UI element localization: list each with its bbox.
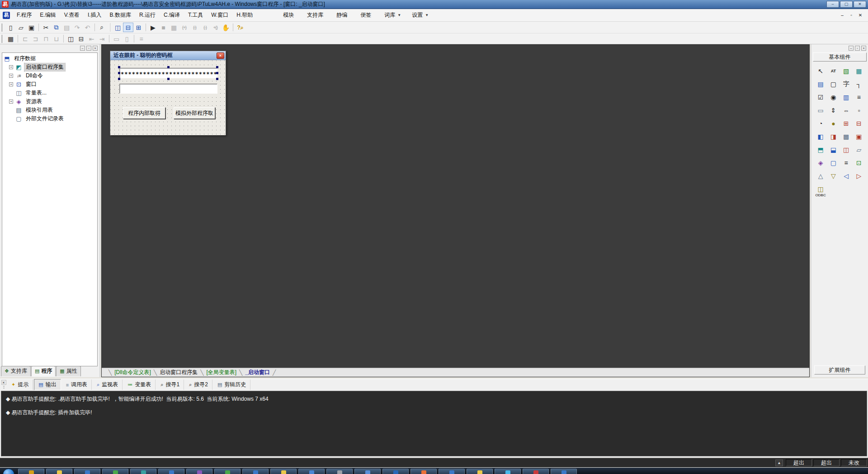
tree-item-constants[interactable]: ◫ 常量表... — [3, 89, 96, 97]
tree-expand-icon[interactable]: + — [9, 100, 13, 104]
component-vscroll-icon[interactable]: ⇕ — [827, 105, 840, 115]
tree-item-module-refs[interactable]: ▤ 模块引用表 — [3, 106, 96, 114]
component-line-icon[interactable]: ┐ — [853, 79, 865, 89]
component-icon-36[interactable]: ▷ — [853, 171, 865, 181]
taskbar-app-button[interactable] — [298, 469, 325, 474]
component-updown-icon[interactable]: ▫ — [853, 105, 865, 115]
help-search-icon[interactable]: ?⌕ — [235, 23, 245, 32]
output-close-icon[interactable]: × — [1, 380, 6, 385]
taskbar-app-button[interactable] — [551, 469, 577, 474]
view-split-top-icon[interactable]: ⊟ — [123, 23, 133, 32]
tab-properties[interactable]: ▦ 属性 — [56, 366, 80, 376]
panel-close-button[interactable]: × — [861, 46, 866, 51]
form-designer-window[interactable]: 近在眼前 - 聪明的密码框 × ************************… — [110, 51, 226, 135]
component-progressbar-icon[interactable]: ▭ — [814, 105, 827, 115]
selection-handle[interactable] — [118, 78, 120, 80]
tree-expand-icon[interactable]: + — [9, 65, 13, 69]
debug-window-icon[interactable]: ▦ — [169, 23, 179, 32]
taskbar-app-button[interactable] — [102, 469, 128, 474]
editor-tab[interactable]: ╲ — [108, 369, 112, 377]
separator[interactable] — [109, 35, 109, 43]
align-right-icon[interactable]: ⊐ — [30, 34, 41, 43]
paste-icon[interactable]: ▤ — [61, 23, 72, 32]
component-combobox-icon[interactable]: ≡ — [853, 92, 865, 102]
tab-call-table[interactable]: ≡ 调用表 — [62, 379, 92, 390]
open-file-icon[interactable]: ▱ — [16, 23, 26, 32]
taskbar-app-button[interactable] — [158, 469, 184, 474]
component-icon-21[interactable]: ◧ — [814, 132, 827, 142]
component-icon-30[interactable]: ▢ — [827, 158, 840, 168]
tree-expand-icon[interactable]: + — [9, 74, 13, 78]
taskbar-app-button[interactable] — [74, 469, 100, 474]
space-equal-icon[interactable]: ▯ — [122, 34, 132, 43]
separator[interactable] — [63, 35, 64, 43]
view-split-left-icon[interactable]: ◫ — [113, 23, 123, 32]
panel-float-button[interactable]: ▫ — [86, 46, 91, 51]
component-fontbox-icon[interactable]: 字 — [840, 79, 853, 89]
basic-components-header[interactable]: 基本组件 — [813, 52, 867, 62]
component-icon-31[interactable]: ≡ — [840, 158, 853, 168]
taskbar-app-button[interactable] — [214, 469, 241, 474]
menu-item[interactable]: B.数据库 — [106, 9, 135, 21]
component-icon-25[interactable]: ⬒ — [814, 145, 827, 155]
editor-tab[interactable]: ╲ — [239, 369, 243, 377]
selection-handle[interactable] — [216, 66, 218, 68]
component-label-icon[interactable]: AT — [827, 66, 840, 76]
form-title-bar[interactable]: 近在眼前 - 聪明的密码框 × — [110, 51, 226, 60]
separator[interactable] — [109, 23, 110, 32]
menu-item[interactable]: W.窗口 — [207, 9, 232, 21]
menu-item[interactable]: H.帮助 — [232, 9, 257, 21]
stop-icon[interactable]: ■ — [158, 23, 169, 32]
separator[interactable] — [94, 24, 95, 31]
tab-search1[interactable]: ⌕ 搜寻1 — [156, 379, 184, 390]
taskbar-app-button[interactable] — [495, 469, 521, 474]
separator[interactable] — [233, 24, 233, 31]
redo-icon[interactable]: ↷ — [72, 23, 82, 32]
tree-item-resources[interactable]: + ◈ 资源表 — [3, 97, 96, 106]
separator[interactable] — [134, 35, 134, 43]
component-icon-35[interactable]: ◁ — [840, 171, 853, 181]
center-horizontal-icon[interactable]: ◫ — [66, 34, 76, 43]
tab-order-icon[interactable]: ≡ — [136, 34, 146, 43]
editor-tab[interactable]: 启动窗口程序集 — [157, 368, 200, 377]
component-icon-27[interactable]: ◫ — [840, 145, 853, 155]
form-close-icon[interactable]: × — [217, 52, 224, 59]
tab-watch-table[interactable]: ⌕ 监视表 — [93, 379, 123, 390]
menu-item[interactable]: 静编 — [331, 9, 355, 21]
extended-components-header[interactable]: 扩展组件 — [814, 365, 865, 374]
panel-toggle-icon[interactable]: ▲ — [775, 460, 783, 466]
component-listbox-icon[interactable]: ▥ — [840, 92, 853, 102]
step-into-icon[interactable]: {+} — [179, 23, 189, 32]
component-editbox-icon[interactable]: ▤ — [814, 79, 827, 89]
step-over-icon[interactable]: {›} — [189, 23, 200, 32]
taskbar-app-button[interactable] — [242, 469, 269, 474]
toolbar-grip[interactable] — [1, 35, 3, 43]
component-icon-34[interactable]: ▽ — [827, 171, 840, 181]
password-editbox[interactable]: ************************** — [119, 68, 217, 78]
component-icon-29[interactable]: ◈ — [814, 158, 827, 168]
step-out-icon[interactable]: {-} — [200, 23, 210, 32]
component-timer-icon[interactable]: ● — [827, 118, 840, 128]
tab-output[interactable]: ▤ 输出 — [34, 379, 61, 390]
designer-button-internal[interactable]: 程序内部取得 — [123, 107, 165, 119]
editor-tab[interactable]: ╲ — [153, 369, 157, 377]
component-picturebox-icon[interactable]: ▦ — [853, 66, 865, 76]
run-to-cursor-icon[interactable]: +{} — [210, 23, 221, 32]
component-icon-24[interactable]: ▣ — [853, 132, 865, 142]
save-icon[interactable]: ▣ — [26, 23, 37, 32]
tab-tips[interactable]: ✦ 提示 — [7, 379, 33, 390]
component-icon-22[interactable]: ◨ — [827, 132, 840, 142]
menu-item[interactable]: 模块 — [278, 9, 302, 21]
menu-item[interactable]: V.查看 — [60, 9, 84, 21]
panel-float-button[interactable]: ▫ — [855, 46, 860, 51]
undo-icon[interactable]: ↶ — [82, 23, 93, 32]
copy-icon[interactable]: ⧉ — [51, 23, 61, 32]
component-icon-26[interactable]: ⬓ — [827, 145, 840, 155]
menu-item[interactable]: C.编译 — [160, 9, 184, 21]
toolbar-grip[interactable] — [3, 386, 5, 389]
view-split-grid-icon[interactable]: ⊞ — [133, 23, 144, 32]
separator[interactable] — [146, 24, 146, 31]
plain-editbox[interactable] — [119, 84, 217, 94]
taskbar-app-button[interactable] — [186, 469, 212, 474]
pause-icon[interactable]: ✋ — [221, 23, 231, 32]
